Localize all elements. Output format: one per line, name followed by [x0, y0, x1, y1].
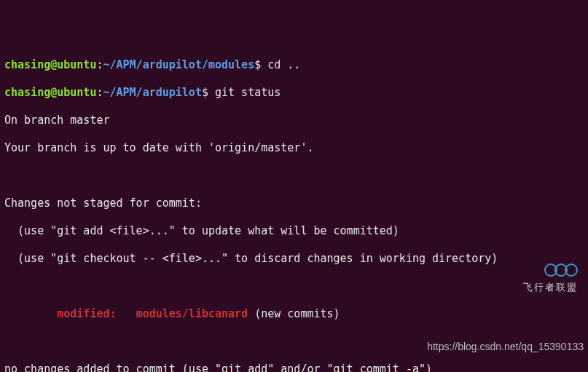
watermark: 飞行者联盟 https://blog.csdn.net/qq_15390133 [427, 218, 584, 368]
status-notstaged: Changes not staged for commit: [4, 197, 584, 210]
status-branch: On branch master [4, 114, 584, 127]
cwd-path: ~/APM/ardupilot/modules [103, 58, 254, 71]
status-uptodate: Your branch is up to date with 'origin/m… [4, 141, 584, 155]
prompt-line: chasing@ubuntu:~/APM/ardupilot$ git stat… [4, 86, 584, 100]
watermark-brand: 飞行者联盟 [523, 282, 578, 293]
modified-path: modules/libcanard [136, 307, 248, 320]
watermark-logo-icon [544, 264, 578, 277]
cmd-cd: cd .. [267, 58, 300, 71]
watermark-url: https://blog.csdn.net/qq_15390133 [427, 340, 584, 354]
user-host: chasing@ubuntu [4, 58, 96, 71]
prompt-line: chasing@ubuntu:~/APM/ardupilot/modules$ … [4, 58, 584, 72]
cmd-status: git status [215, 86, 281, 99]
